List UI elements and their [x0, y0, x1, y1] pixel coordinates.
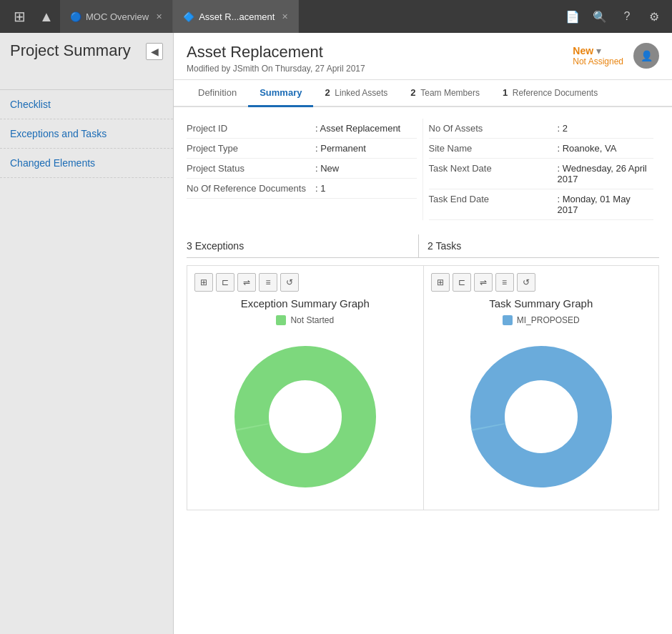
- tab-reference-documents[interactable]: 1 Reference Documents: [491, 80, 609, 107]
- content-body: Project ID : Asset Replacement Project T…: [174, 107, 672, 634]
- asset-tab-icon: 🔷: [183, 11, 194, 22]
- exceptions-section-title: 3 Exceptions: [187, 234, 418, 257]
- triangle-icon[interactable]: ▲: [33, 0, 60, 33]
- page-title: Asset Replacement: [187, 43, 365, 61]
- modified-text: Modified by JSmith On Thursday, 27 April…: [187, 64, 365, 74]
- exception-donut-container: [194, 331, 416, 502]
- topbar: ⊞ ▲ 🔵 MOC Overview ✕ 🔷 Asset R...acement…: [0, 0, 672, 33]
- main-layout: Project Summary ◀ Checklist Exceptions a…: [0, 33, 672, 634]
- asset-tab-close[interactable]: ✕: [282, 12, 288, 21]
- task-next-label: Task Next Date: [429, 163, 558, 184]
- tab-asset-replacement[interactable]: 🔷 Asset R...acement ✕: [173, 0, 299, 33]
- sidebar-nav: Checklist Exceptions and Tasks Changed E…: [0, 90, 173, 634]
- info-grid: Project ID : Asset Replacement Project T…: [187, 119, 659, 220]
- project-id-label: Project ID: [187, 123, 315, 134]
- tab-moc-overview[interactable]: 🔵 MOC Overview ✕: [60, 0, 173, 33]
- task-tool-3[interactable]: ⇌: [474, 273, 493, 292]
- sidebar: Project Summary ◀ Checklist Exceptions a…: [0, 33, 174, 634]
- ref-docs-value: : 1: [315, 183, 325, 194]
- exception-graph-title: Exception Summary Graph: [194, 297, 416, 309]
- exception-graph-legend: Not Started: [194, 315, 416, 325]
- site-label: Site Name: [429, 143, 558, 154]
- task-donut-chart: [470, 345, 613, 488]
- info-row-task-end: Task End Date : Monday, 01 May 2017: [429, 189, 654, 220]
- ref-docs-label: No Of Reference Documents: [187, 183, 315, 194]
- info-row-project-status: Project Status : New: [187, 159, 417, 179]
- status-dropdown-arrow[interactable]: ▾: [596, 45, 601, 56]
- section-header-row: 3 Exceptions 2 Tasks: [187, 234, 659, 258]
- exception-legend-label: Not Started: [290, 315, 334, 325]
- moc-tab-close[interactable]: ✕: [156, 12, 162, 21]
- grid-icon[interactable]: ⊞: [6, 0, 33, 33]
- info-col-right: No Of Assets : 2 Site Name : Roanoke, VA…: [423, 119, 660, 220]
- status-block: New ▾ Not Assigned: [573, 45, 623, 66]
- tab-summary[interactable]: Summary: [248, 80, 313, 107]
- task-tool-4[interactable]: ≡: [495, 273, 514, 292]
- moc-tab-label: MOC Overview: [86, 11, 149, 22]
- task-tool-5[interactable]: ↺: [517, 273, 535, 292]
- sidebar-item-changed[interactable]: Changed Elements: [0, 149, 173, 178]
- exception-graph-toolbar: ⊞ ⊏ ⇌ ≡ ↺: [194, 273, 416, 292]
- document-action-icon[interactable]: 📄: [560, 4, 585, 29]
- tab-linked-assets[interactable]: 2 Linked Assets: [313, 80, 399, 107]
- info-col-left: Project ID : Asset Replacement Project T…: [187, 119, 423, 220]
- exception-tool-4[interactable]: ≡: [259, 273, 277, 292]
- project-type-value: : Permanent: [315, 143, 366, 154]
- status-label: New: [573, 45, 593, 56]
- content-header: Asset Replacement Modified by JSmith On …: [174, 33, 672, 80]
- project-status-label: Project Status: [187, 163, 315, 174]
- task-graph-toolbar: ⊞ ⊏ ⇌ ≡ ↺: [431, 273, 652, 292]
- title-block: Asset Replacement Modified by JSmith On …: [187, 43, 365, 74]
- task-graph-panel: ⊞ ⊏ ⇌ ≡ ↺ Task Summary Graph MI_PROPOSED: [423, 265, 660, 510]
- content-tabs: Definition Summary 2 Linked Assets 2 Tea…: [174, 80, 672, 107]
- task-donut-container: [431, 331, 652, 502]
- exception-tool-1[interactable]: ⊞: [194, 273, 213, 292]
- exception-tool-2[interactable]: ⊏: [216, 273, 234, 292]
- project-summary-title: Project Summary: [10, 41, 131, 60]
- task-graph-title: Task Summary Graph: [431, 297, 652, 309]
- status-sub-label: Not Assigned: [573, 56, 623, 66]
- task-tool-2[interactable]: ⊏: [453, 273, 471, 292]
- avatar[interactable]: 👤: [633, 43, 659, 69]
- moc-tab-icon: 🔵: [70, 11, 81, 22]
- sidebar-collapse-button[interactable]: ◀: [146, 43, 163, 60]
- sidebar-header: Project Summary ◀: [0, 33, 173, 90]
- task-graph-legend: MI_PROPOSED: [431, 315, 652, 325]
- exception-tool-5[interactable]: ↺: [280, 273, 299, 292]
- task-end-label: Task End Date: [429, 194, 558, 215]
- sidebar-item-exceptions[interactable]: Exceptions and Tasks: [0, 119, 173, 149]
- exception-donut-chart: [234, 345, 377, 488]
- help-action-icon[interactable]: ?: [615, 4, 639, 29]
- project-type-label: Project Type: [187, 143, 315, 154]
- svg-point-5: [514, 390, 568, 444]
- task-end-value: : Monday, 01 May 2017: [558, 194, 654, 215]
- asset-tab-label: Asset R...acement: [199, 11, 275, 22]
- info-row-assets: No Of Assets : 2: [429, 119, 654, 139]
- task-legend-label: MI_PROPOSED: [517, 315, 580, 325]
- task-next-value: : Wednesday, 26 April 2017: [558, 163, 654, 184]
- exception-tool-3[interactable]: ⇌: [237, 273, 256, 292]
- tab-team-members[interactable]: 2 Team Members: [399, 80, 491, 107]
- graphs-row: ⊞ ⊏ ⇌ ≡ ↺ Exception Summary Graph Not St…: [187, 265, 659, 510]
- info-row-project-id: Project ID : Asset Replacement: [187, 119, 417, 139]
- task-legend-color: [503, 315, 513, 325]
- tab-row: 🔵 MOC Overview ✕ 🔷 Asset R...acement ✕: [60, 0, 560, 33]
- status-area: New ▾ Not Assigned 👤: [573, 43, 659, 69]
- assets-value: : 2: [558, 123, 568, 134]
- sidebar-item-checklist[interactable]: Checklist: [0, 90, 173, 119]
- tab-definition[interactable]: Definition: [187, 80, 248, 107]
- task-tool-1[interactable]: ⊞: [431, 273, 450, 292]
- settings-action-icon[interactable]: ⚙: [642, 4, 666, 29]
- project-status-value: : New: [315, 163, 339, 174]
- project-id-value: : Asset Replacement: [315, 123, 400, 134]
- search-action-icon[interactable]: 🔍: [588, 4, 612, 29]
- tasks-section-title: 2 Tasks: [418, 234, 659, 257]
- info-row-site: Site Name : Roanoke, VA: [429, 139, 654, 159]
- info-row-project-type: Project Type : Permanent: [187, 139, 417, 159]
- svg-point-2: [278, 390, 332, 444]
- content-area: Asset Replacement Modified by JSmith On …: [174, 33, 672, 634]
- assets-label: No Of Assets: [429, 123, 558, 134]
- exception-graph-panel: ⊞ ⊏ ⇌ ≡ ↺ Exception Summary Graph Not St…: [187, 265, 423, 510]
- site-value: : Roanoke, VA: [558, 143, 617, 154]
- info-row-ref-docs: No Of Reference Documents : 1: [187, 179, 417, 199]
